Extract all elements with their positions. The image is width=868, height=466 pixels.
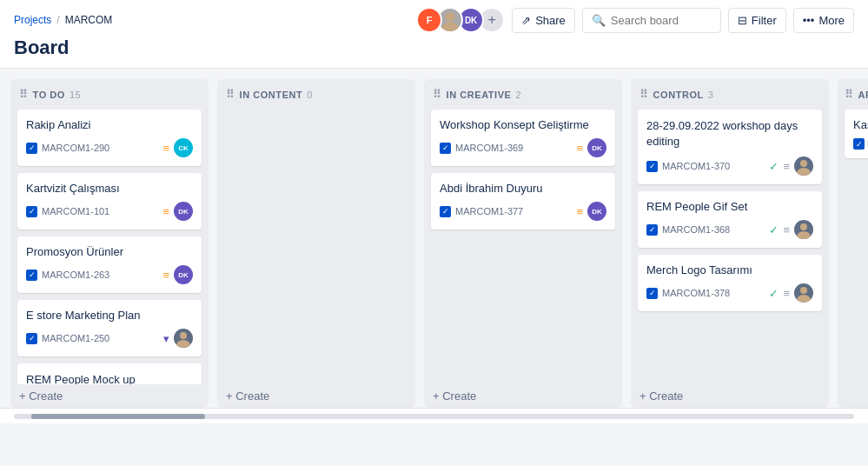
card-title: Kartvizit Çalışması: [26, 182, 193, 195]
col-label-content: IN CONTENT: [240, 90, 303, 100]
card-checkbox: ✓: [646, 161, 658, 172]
card-rem-people-partial[interactable]: REM People Mock up: [17, 363, 202, 384]
svg-point-8: [800, 287, 807, 294]
card-title: REM People Mock up: [26, 372, 193, 384]
card-rem-gif[interactable]: REM People Gif Set ✓ MARCOM1-368 ✓ ≡: [638, 191, 822, 248]
search-input[interactable]: [611, 14, 712, 27]
col-label-appro: APPRO...: [858, 90, 868, 100]
svg-point-4: [800, 160, 807, 167]
card-title: Promosyon Ürünler: [26, 245, 193, 258]
card-id: MARCOM1-378: [662, 288, 765, 298]
card-avatar: [794, 220, 813, 239]
card-workshop-days[interactable]: 28-29.09.2022 workshop days editing ✓ MA…: [638, 110, 822, 184]
card-checkbox: ✓: [440, 206, 451, 217]
breadcrumb-sep: /: [56, 14, 59, 26]
breadcrumb-current: MARCOM: [65, 14, 113, 26]
drag-handle-control[interactable]: ⠿: [639, 88, 649, 101]
cards-list-appro: Kasım a... ✓ MAR...: [838, 106, 868, 408]
card-id: MARCOM1-377: [455, 206, 572, 216]
card-title: REM People Gif Set: [646, 200, 813, 213]
card-checkbox: ✓: [646, 288, 658, 299]
check-icon: ✓: [769, 287, 779, 300]
card-title: Abdi İbrahim Duyuru: [440, 182, 606, 195]
card-title: Merch Logo Tasarımı: [646, 263, 813, 276]
svg-point-1: [442, 23, 459, 33]
card-promosyon[interactable]: Promosyon Ürünler ✓ MARCOM1-263 ≡ DK: [17, 236, 202, 293]
card-id: MARCOM1-369: [455, 143, 572, 153]
filter-label: Filter: [752, 14, 777, 27]
card-title: Workshop Konsept Geliştirme: [440, 118, 606, 131]
create-button-content[interactable]: + Create: [217, 384, 415, 408]
card-avatar: DK: [587, 202, 606, 221]
avatar-F[interactable]: F: [416, 7, 442, 33]
bottom-scrollbar[interactable]: [0, 408, 868, 423]
priority-icon: ≡: [162, 142, 169, 155]
card-abdi[interactable]: Abdi İbrahim Duyuru ✓ MARCOM1-377 ≡ DK: [431, 173, 615, 230]
column-header-todo: ⠿ TO DO 15: [10, 79, 209, 106]
priority-icon: ≡: [162, 205, 169, 218]
create-button-control[interactable]: + Create: [631, 384, 829, 408]
page-title: Board: [0, 33, 868, 68]
card-title: E store Marketing Plan: [26, 309, 193, 322]
column-appro: ⠿ APPRO... Kasım a... ✓ MAR...: [838, 79, 868, 408]
card-checkbox: ✓: [26, 143, 37, 154]
card-kartvizit[interactable]: Kartvizit Çalışması ✓ MARCOM1-101 ≡ DK: [17, 173, 202, 230]
create-button-todo[interactable]: + Create: [10, 384, 209, 408]
card-id: MARCOM1-101: [42, 206, 158, 216]
col-count-creative: 2: [515, 90, 521, 100]
svg-point-7: [797, 231, 811, 239]
card-title: Kasım a...: [853, 118, 868, 131]
share-button[interactable]: ⇗ Share: [512, 8, 575, 33]
column-control: ⠿ CONTROL 3 28-29.09.2022 workshop days …: [631, 79, 829, 408]
card-id: MARCOM1-250: [42, 333, 159, 343]
check-icon: ✓: [769, 160, 779, 173]
avatar-group: F DK +: [416, 7, 505, 33]
svg-point-9: [797, 295, 811, 303]
col-label-control: CONTROL: [653, 90, 704, 100]
card-avatar: DK: [587, 138, 606, 157]
card-checkbox: ✓: [26, 270, 37, 281]
column-header-creative: ⠿ IN CREATIVE 2: [424, 79, 622, 106]
col-count-todo: 15: [70, 90, 81, 100]
filter-button[interactable]: ⊟ Filter: [728, 8, 786, 33]
svg-point-0: [446, 12, 454, 21]
column-todo: ⠿ TO DO 15 Rakip Analizi ✓ MARCOM1-290 ≡…: [10, 79, 209, 408]
drag-handle-creative[interactable]: ⠿: [433, 88, 442, 101]
drag-handle-content[interactable]: ⠿: [226, 88, 235, 101]
share-icon: ⇗: [521, 14, 531, 27]
search-box[interactable]: 🔍: [582, 8, 721, 33]
column-header-content: ⠿ IN CONTENT 0: [217, 79, 415, 106]
breadcrumb-projects[interactable]: Projects: [14, 14, 51, 26]
drag-handle-todo[interactable]: ⠿: [19, 88, 29, 101]
filter-icon: ⊟: [738, 14, 747, 27]
drag-handle-appro[interactable]: ⠿: [845, 88, 854, 101]
share-label: Share: [535, 14, 566, 27]
col-label-creative: IN CREATIVE: [447, 90, 512, 100]
breadcrumb: Projects / MARCOM: [14, 14, 112, 26]
card-checkbox: ✓: [26, 206, 37, 217]
cards-list-todo: Rakip Analizi ✓ MARCOM1-290 ≡ CK Kartviz…: [10, 106, 209, 384]
column-content: ⠿ IN CONTENT 0 + Create: [217, 79, 415, 408]
card-checkbox: ✓: [853, 138, 865, 150]
card-checkbox: ✓: [440, 143, 451, 154]
column-header-appro: ⠿ APPRO...: [838, 79, 868, 106]
priority-icon: ≡: [576, 142, 583, 155]
column-creative: ⠿ IN CREATIVE 2 Workshop Konsept Gelişti…: [424, 79, 622, 408]
card-kasim[interactable]: Kasım a... ✓ MAR...: [845, 110, 868, 158]
scroll-thumb[interactable]: [31, 414, 205, 419]
card-merch[interactable]: Merch Logo Tasarımı ✓ MARCOM1-378 ✓ ≡: [638, 255, 822, 311]
more-button[interactable]: ••• More: [793, 8, 854, 33]
card-workshop[interactable]: Workshop Konsept Geliştirme ✓ MARCOM1-36…: [431, 110, 615, 166]
board-area: ⠿ TO DO 15 Rakip Analizi ✓ MARCOM1-290 ≡…: [0, 69, 868, 408]
card-avatar: CK: [174, 138, 193, 157]
cards-list-control: 28-29.09.2022 workshop days editing ✓ MA…: [631, 106, 829, 384]
card-id: MARCOM1-263: [42, 270, 158, 280]
card-avatar: [794, 283, 813, 303]
card-avatar: [174, 329, 193, 348]
card-avatar: DK: [174, 265, 193, 284]
card-rakip[interactable]: Rakip Analizi ✓ MARCOM1-290 ≡ CK: [17, 110, 202, 166]
dropdown-icon: ▾: [163, 332, 169, 345]
create-button-creative[interactable]: + Create: [424, 384, 622, 408]
card-estore[interactable]: E store Marketing Plan ✓ MARCOM1-250 ▾: [17, 300, 202, 356]
svg-point-5: [797, 168, 811, 176]
